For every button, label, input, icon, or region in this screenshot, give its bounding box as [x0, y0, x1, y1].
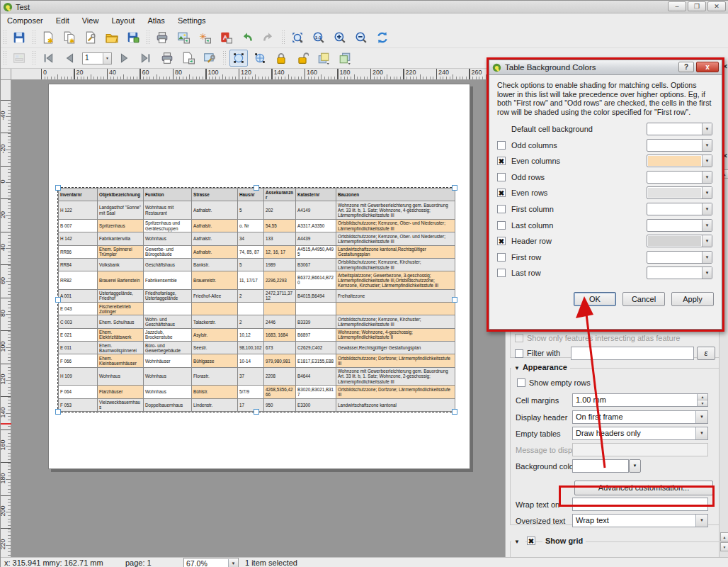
option-checkbox[interactable] [497, 269, 506, 277]
lock-items-button[interactable] [272, 50, 290, 67]
zoom-out-button[interactable] [352, 29, 370, 46]
lower-items-button[interactable] [336, 50, 354, 67]
show-empty-rows-checkbox[interactable] [517, 378, 525, 387]
print-button[interactable] [153, 29, 171, 46]
toolbar-grip[interactable] [281, 30, 285, 45]
export-pdf-button[interactable]: A [217, 29, 235, 46]
previous-feature-button[interactable] [60, 50, 79, 67]
scroll-up-icon[interactable]: ▲ [720, 532, 728, 541]
selection-handle[interactable] [55, 409, 61, 415]
color-button[interactable]: ▼ [647, 203, 712, 215]
zoom-level-combo[interactable]: 67.0% ▼ [183, 558, 239, 567]
selection-handle[interactable] [452, 185, 457, 191]
refresh-button[interactable] [373, 29, 392, 46]
selection-handle[interactable] [254, 185, 259, 191]
option-checkbox[interactable] [497, 205, 506, 213]
color-button[interactable]: ▼ [647, 171, 712, 184]
next-feature-button[interactable] [115, 50, 134, 67]
undo-button[interactable] [238, 29, 256, 46]
appearance-group-header[interactable]: ▼Appearance [511, 363, 570, 371]
selection-handle[interactable] [55, 297, 61, 303]
close-button[interactable]: ✕ [707, 1, 726, 11]
move-item-content-button[interactable] [251, 50, 269, 67]
duplicate-composition-button[interactable]: ✱ [60, 29, 79, 46]
last-feature-button[interactable] [137, 50, 155, 67]
select-move-item-button[interactable] [229, 50, 248, 67]
filter-expression-input[interactable] [571, 347, 694, 360]
toolbar-grip[interactable] [146, 30, 149, 45]
filter-with-checkbox[interactable] [515, 349, 523, 358]
minimize-button[interactable]: – [668, 1, 686, 11]
menu-item[interactable]: View [76, 15, 106, 26]
display-header-combo[interactable]: On first frame ▼ [572, 410, 708, 424]
color-button[interactable]: ▼ [647, 266, 712, 279]
first-feature-button[interactable] [39, 50, 57, 67]
toolbar-grip[interactable] [222, 50, 226, 66]
toolbar-grip[interactable] [3, 30, 6, 45]
attribute-table-item[interactable]: InventarnrObjektbezeichnungFunktionStras… [57, 187, 455, 412]
expression-builder-button[interactable]: ε [697, 347, 715, 360]
zoom-full-button[interactable] [288, 29, 307, 46]
option-checkbox[interactable]: ✖ [497, 189, 506, 197]
composer-manager-button[interactable] [81, 29, 100, 46]
page-number-dropdown-icon[interactable]: ▼ [103, 53, 111, 64]
save-project-button[interactable] [10, 29, 28, 46]
dialog-title-bar[interactable]: Table Background Colors ? x [489, 60, 722, 75]
cell-margins-spinbox[interactable]: 1.00 mm ▲▼ [572, 393, 708, 407]
redo-button[interactable] [259, 29, 278, 46]
unlock-items-button[interactable] [293, 50, 312, 67]
dialog-close-button[interactable]: x [696, 62, 719, 72]
scroll-down-icon[interactable]: ▼ [720, 542, 728, 551]
show-grid-group-header[interactable]: ▼ [511, 537, 525, 545]
selection-handle[interactable] [452, 297, 457, 303]
toolbar-grip[interactable] [3, 50, 6, 66]
empty-tables-combo[interactable]: Draw headers only ▼ [572, 427, 708, 440]
color-button[interactable]: ▼ [647, 235, 712, 247]
option-checkbox[interactable]: ✖ [497, 157, 506, 165]
option-checkbox[interactable] [497, 221, 506, 230]
color-button[interactable]: ▼ [647, 123, 712, 135]
atlas-preview-button[interactable] [10, 50, 28, 67]
cancel-button[interactable]: Cancel [622, 292, 665, 306]
export-image-button[interactable] [174, 29, 193, 46]
raise-items-button[interactable] [314, 50, 333, 67]
save-as-template-button[interactable] [124, 29, 142, 46]
apply-button[interactable]: Apply [671, 292, 714, 306]
ok-button[interactable]: OK [574, 292, 616, 306]
atlas-settings-button[interactable] [200, 50, 219, 67]
open-button[interactable] [103, 29, 121, 46]
export-atlas-button[interactable] [179, 50, 198, 67]
background-color-dropdown[interactable]: ▼ [629, 459, 641, 473]
new-composition-button[interactable]: ✱ [39, 29, 57, 46]
zoom-actual-button[interactable]: 1:1 [309, 29, 328, 46]
option-checkbox[interactable] [497, 253, 506, 262]
menu-item[interactable]: Layout [105, 15, 141, 26]
dialog-help-button[interactable]: ? [678, 62, 694, 72]
selection-handle[interactable] [452, 409, 457, 415]
atlas-page-number-input[interactable]: 1▼ [82, 52, 112, 64]
menu-item[interactable]: Atlas [141, 15, 171, 26]
oversized-text-combo[interactable]: Wrap text ▼ [572, 514, 708, 527]
selection-handle[interactable] [55, 185, 61, 191]
advanced-customisation-button[interactable]: Advanced customisation... [574, 481, 713, 495]
color-button[interactable]: ▼ [647, 219, 712, 232]
color-button[interactable]: ▼ [647, 186, 712, 199]
export-svg-button[interactable]: ✳ [195, 29, 214, 46]
color-button[interactable]: ▼ [647, 139, 712, 152]
option-checkbox[interactable] [497, 141, 506, 150]
menu-item[interactable]: Settings [171, 15, 212, 26]
toolbar-grip[interactable] [32, 30, 35, 45]
menu-item[interactable]: Edit [50, 15, 76, 26]
zoom-in-button[interactable] [331, 29, 349, 46]
wrap-text-on-input[interactable] [572, 498, 708, 511]
show-only-features-checkbox[interactable] [515, 334, 523, 342]
option-checkbox[interactable]: ✖ [497, 237, 506, 245]
show-grid-checkbox[interactable]: ✖ [527, 537, 535, 545]
toolbar-grip[interactable] [32, 50, 35, 66]
selection-handle[interactable] [254, 409, 259, 415]
color-button[interactable]: ▼ [647, 155, 712, 167]
color-button[interactable]: ▼ [647, 251, 712, 264]
print-atlas-button[interactable] [158, 50, 176, 67]
menu-item[interactable]: Composer [1, 15, 50, 26]
background-color-button[interactable] [572, 459, 629, 473]
